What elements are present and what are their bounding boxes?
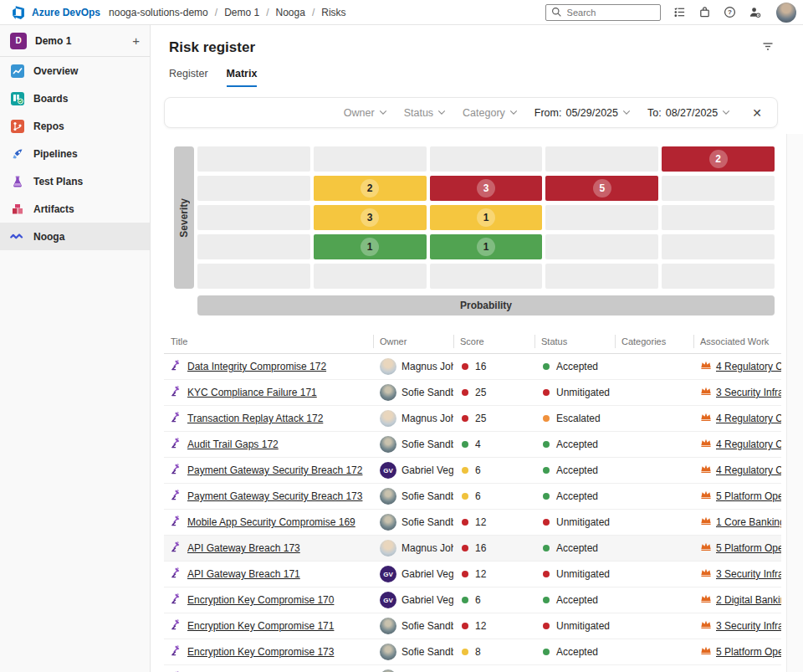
user-avatar[interactable] [776,3,796,23]
risk-title-link[interactable]: Payment Gateway Security Breach 172 [187,464,362,476]
bag-icon[interactable] [698,6,711,19]
sidebar-item-repos[interactable]: Repos [0,112,150,140]
testplans-icon [10,174,24,188]
sidebar-item-overview[interactable]: Overview [0,57,150,85]
matrix-cell-r1c5[interactable]: 2 [662,146,775,172]
risk-title-link[interactable]: Encryption Key Compromise 173 [187,646,334,658]
project-switcher[interactable]: D Demo 1 + [0,25,150,56]
tab-bar: RegisterMatrix [151,56,803,87]
associated-work-link[interactable]: 3 Security Infras [716,568,781,580]
sidebar-item-artifacts[interactable]: Artifacts [0,195,150,223]
risk-title-link[interactable]: API Gateway Breach 171 [187,568,300,580]
table-row: Encryption Key Compromise 173Sofie Sandb… [164,639,781,665]
chevron-down-icon [622,110,631,115]
help-icon[interactable]: ? [723,6,736,19]
tasklist-icon[interactable] [673,6,686,19]
user-settings-icon[interactable] [748,6,761,19]
azure-devops-logo-icon[interactable] [10,5,25,20]
vertical-scrollbar[interactable] [786,134,803,672]
table-row: Audit Trail Gaps 172Sofie Sandber4Accept… [164,432,781,458]
associated-work-link[interactable]: 3 Security Infras [716,620,781,632]
associated-work-link[interactable]: 3 Security Infras [716,387,781,398]
clear-filters-button[interactable]: ✕ [749,106,765,120]
associated-work-link[interactable]: 1 Core Banking I [716,516,781,528]
epic-crown-icon [700,359,712,374]
associated-work-link[interactable]: 5 Platform Oper [716,646,781,658]
score-value: 6 [475,594,481,606]
status-label: Unmitigated [556,387,610,398]
sidebar-item-boards[interactable]: Boards [0,85,150,112]
filter-dropdown-owner[interactable]: Owner [344,107,387,119]
table-row: API Gateway Breach 171GVGabriel Vega12Un… [164,562,781,587]
sidebar-item-test-plans[interactable]: Test Plans [0,167,150,195]
filter-dropdown-category[interactable]: Category [463,107,518,119]
brand-title[interactable]: Azure DevOps [32,7,100,18]
risk-title-link[interactable]: KYC Compliance Failure 171 [187,387,317,398]
tab-matrix[interactable]: Matrix [227,68,258,87]
filter-date-to[interactable]: To:08/27/2025 [647,107,730,119]
owner-avatar: GV [380,462,396,479]
risk-title-link[interactable]: Mobile App Security Compromise 169 [187,516,355,528]
search-box[interactable] [545,4,661,21]
score-value: 25 [475,413,486,424]
column-header-categories[interactable]: Categories [615,329,693,353]
associated-work-link[interactable]: 5 Platform Oper [716,542,781,554]
table-row: Encryption Key Compromise 169Sofie Sandb… [164,665,781,672]
associated-work-link[interactable]: 2 Digital Banking [716,594,781,606]
matrix-cell-r3c3[interactable]: 1 [430,205,543,230]
risk-title-link[interactable]: Payment Gateway Security Breach 173 [187,490,362,502]
risk-title-link[interactable]: API Gateway Breach 173 [187,542,300,554]
associated-work-link[interactable]: 4 Regulatory Co [716,413,781,424]
status-label: Accepted [556,464,598,476]
column-header-associated-work[interactable]: Associated Work [693,329,781,353]
status-dot-icon [543,571,550,577]
matrix-cell-r2c2[interactable]: 2 [314,176,427,201]
breadcrumb-item[interactable]: Nooga [276,7,305,18]
filter-toggle-icon[interactable] [761,39,775,56]
sidebar-item-pipelines[interactable]: Pipelines [0,140,150,167]
score-dot-icon [462,649,468,655]
matrix-cell-r3c2[interactable]: 3 [314,205,427,230]
score-value: 4 [475,439,481,450]
matrix-cell-r5c3 [430,264,543,289]
risk-title-link[interactable]: Data Integrity Compromise 172 [187,361,326,372]
score-value: 16 [475,361,486,372]
associated-work-link[interactable]: 4 Regulatory Co [716,361,781,372]
risk-title-link[interactable]: Encryption Key Compromise 170 [187,594,334,606]
breadcrumb-item[interactable]: nooga-solutions-demo [109,7,208,18]
matrix-cell-r2c4[interactable]: 5 [545,176,658,201]
score-value: 12 [475,568,486,580]
breadcrumb-item[interactable]: Demo 1 [224,7,259,18]
matrix-cell-r4c3[interactable]: 1 [430,234,543,259]
risk-title-link[interactable]: Transaction Replay Attack 172 [187,413,323,424]
breadcrumb-item[interactable]: Risks [321,7,345,18]
associated-work-link[interactable]: 4 Regulatory Co [716,439,781,450]
search-input[interactable] [567,8,655,18]
status-dot-icon [543,441,550,448]
associated-work-link[interactable]: 5 Platform Oper [716,490,781,502]
column-header-title[interactable]: Title [164,329,373,353]
column-header-score[interactable]: Score [453,329,534,353]
owner-name: Sofie Sandber [402,387,453,398]
status-dot-icon [543,519,550,526]
breadcrumb-separator: / [312,7,315,18]
add-project-button[interactable]: + [132,34,140,47]
table-row: Encryption Key Compromise 170GVGabriel V… [164,587,781,613]
tab-register[interactable]: Register [169,68,208,87]
sidebar-item-nooga[interactable]: Nooga [0,223,150,250]
matrix-cell-r2c3[interactable]: 3 [430,176,543,201]
column-header-status[interactable]: Status [534,329,615,353]
filter-date-from[interactable]: From:05/29/2025 [534,107,631,119]
table-row: KYC Compliance Failure 171Sofie Sandber2… [164,380,781,406]
chevron-down-icon [379,110,387,115]
matrix-cell-count: 3 [477,179,495,197]
table-row: API Gateway Breach 173Magnus Johar16Acce… [164,536,781,562]
risk-title-link[interactable]: Audit Trail Gaps 172 [187,439,279,450]
filter-dropdown-status[interactable]: Status [404,107,446,119]
column-header-owner[interactable]: Owner [373,329,453,353]
risk-title-link[interactable]: Encryption Key Compromise 171 [187,620,334,632]
matrix-cell-r4c2[interactable]: 1 [314,234,427,259]
matrix-cell-count: 3 [361,208,379,227]
associated-work-link[interactable]: 4 Regulatory Co [716,464,781,476]
filter-label: Category [463,107,505,119]
